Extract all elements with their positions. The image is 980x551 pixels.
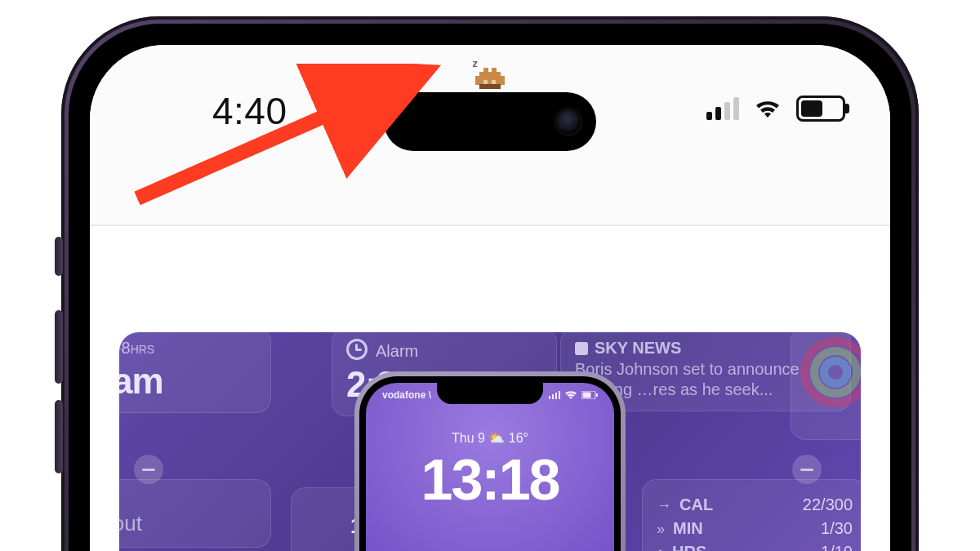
fitness-widget: →CAL22/300»MIN1/30↑HRS1/10: [642, 479, 861, 551]
svg-rect-6: [559, 391, 560, 399]
fitness-row: »MIN1/30: [657, 519, 853, 538]
clock-offset: -8: [119, 339, 131, 357]
volume-up-button[interactable]: [55, 310, 63, 384]
dynamic-island[interactable]: [384, 92, 596, 151]
svg-rect-5: [555, 393, 557, 399]
inner-iphone-mockup: vodafone \ Thu 9 ⛅ 16° 13:18: [354, 371, 626, 551]
volume-down-button[interactable]: [55, 400, 63, 473]
inner-battery-icon: [581, 391, 598, 399]
reminder-text: ut bins out: [119, 511, 256, 536]
lock-screen-time: 13:18: [366, 447, 614, 513]
svg-point-2: [824, 361, 847, 384]
fitness-row: ↑HRS1/10: [657, 543, 853, 551]
alarm-icon: [346, 339, 368, 360]
inner-lock-screen: vodafone \ Thu 9 ⛅ 16° 13:18: [366, 383, 614, 551]
clock-time: 5:30am: [119, 361, 256, 402]
fitness-row: →CAL22/300: [657, 495, 853, 514]
wifi-icon: [754, 98, 782, 119]
svg-rect-4: [552, 394, 554, 399]
activity-rings-widget: [791, 332, 861, 440]
iphone-screen: 4:40 z: [90, 45, 890, 551]
status-time: 4:40: [212, 89, 287, 133]
ring-silent-switch[interactable]: [55, 237, 63, 276]
world-clock-widget: upertino -8HRS 5:30am: [119, 332, 271, 413]
article-content[interactable]: upertino -8HRS 5:30am Alarm 2:30am SKY N…: [90, 226, 890, 551]
inner-carrier: vodafone \: [382, 389, 431, 401]
lock-screen-date: Thu 9 ⛅ 16°: [366, 430, 614, 446]
inner-wifi-icon: [565, 391, 577, 399]
news-source-icon: [575, 342, 588, 355]
cellular-icon: [706, 97, 739, 120]
sleep-z-icon: z: [472, 58, 478, 69]
reminders-widget: eminders ut bins out: [119, 479, 271, 548]
svg-rect-9: [596, 393, 598, 397]
article-hero-image: upertino -8HRS 5:30am Alarm 2:30am SKY N…: [119, 332, 861, 551]
status-right-cluster: [706, 96, 845, 122]
battery-icon: [796, 96, 845, 122]
svg-rect-8: [583, 393, 591, 398]
inner-cellular-icon: [549, 391, 560, 399]
activity-rings-icon: [799, 335, 861, 409]
iphone-frame: 4:40 z: [61, 16, 919, 551]
inner-status-bar: vodafone \: [366, 389, 614, 401]
iphone-bezel: 4:40 z: [69, 24, 911, 551]
svg-rect-3: [549, 396, 550, 399]
